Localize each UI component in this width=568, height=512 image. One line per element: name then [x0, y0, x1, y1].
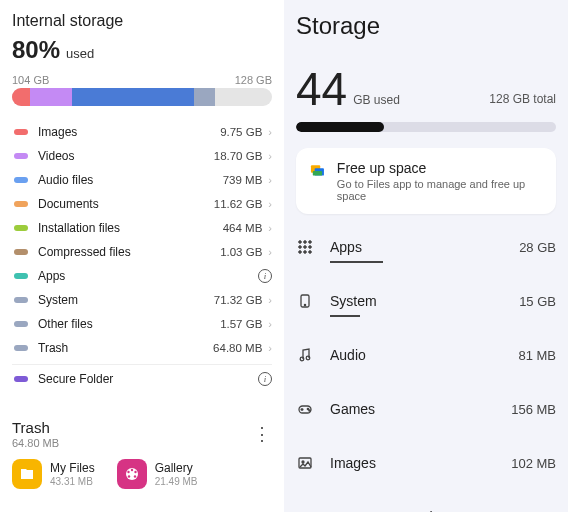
category-swatch — [14, 177, 28, 183]
svg-point-14 — [309, 246, 312, 249]
svg-point-19 — [304, 304, 305, 305]
category-row[interactable]: Apps 28 GB — [296, 220, 556, 274]
svg-point-17 — [309, 251, 312, 254]
app-icon — [117, 459, 147, 489]
category-size: 64.80 MB — [213, 342, 262, 354]
card-subtitle: Go to Files app to manage and free up sp… — [337, 178, 542, 202]
info-icon[interactable]: i — [258, 269, 272, 283]
category-size: 71.32 GB — [214, 294, 263, 306]
category-row[interactable]: System 15 GB — [296, 274, 556, 328]
apps-icon — [296, 239, 314, 255]
trash-app[interactable]: My Files 43.31 MB — [12, 459, 95, 489]
category-row[interactable]: Compressed files 1.03 GB › — [12, 240, 272, 264]
category-size: 18.70 GB — [214, 150, 263, 162]
used-number: 44 — [296, 66, 347, 112]
category-row[interactable]: Documents & other 10 MB — [296, 490, 556, 512]
category-size: 1.57 GB — [220, 318, 262, 330]
svg-point-11 — [309, 241, 312, 244]
category-bar — [330, 315, 360, 318]
capacity-labels: 104 GB 128 GB — [12, 74, 272, 86]
audio-icon — [296, 347, 314, 363]
category-swatch — [14, 297, 28, 303]
category-row[interactable]: System 71.32 GB › — [12, 288, 272, 312]
secure-folder-label: Secure Folder — [38, 372, 258, 386]
app-size: 21.49 MB — [155, 476, 198, 487]
category-row[interactable]: Apps i — [12, 264, 272, 288]
more-menu-icon[interactable]: ⋮ — [251, 419, 272, 449]
used-unit: GB used — [353, 94, 400, 106]
category-row[interactable]: Trash 64.80 MB › — [12, 336, 272, 360]
usage-summary: 44 GB used 128 GB total — [296, 66, 556, 112]
secure-folder-swatch — [14, 376, 28, 382]
category-name: Trash — [38, 341, 213, 355]
category-list: Images 9.75 GB › Videos 18.70 GB › Audio… — [12, 120, 272, 360]
category-row[interactable]: Audio 81 MB — [296, 328, 556, 382]
category-size: 81 MB — [518, 348, 556, 363]
svg-point-16 — [304, 251, 307, 254]
trash-title: Trash — [12, 419, 59, 436]
category-name: Documents — [38, 197, 214, 211]
category-swatch — [14, 273, 28, 279]
svg-point-20 — [300, 357, 304, 361]
category-row[interactable]: Games 156 MB — [296, 382, 556, 436]
svg-point-5 — [127, 471, 129, 473]
trash-size: 64.80 MB — [12, 437, 59, 449]
trash-app[interactable]: Gallery 21.49 MB — [117, 459, 198, 489]
capacity-used: 104 GB — [12, 74, 49, 86]
svg-point-24 — [309, 410, 310, 411]
card-title: Free up space — [337, 160, 542, 176]
info-icon[interactable]: i — [258, 372, 272, 386]
bar-segment — [72, 88, 194, 106]
category-swatch — [14, 225, 28, 231]
category-swatch — [14, 249, 28, 255]
category-name: Audio — [330, 347, 518, 363]
category-size: 102 MB — [511, 456, 556, 471]
app-size: 43.31 MB — [50, 476, 95, 487]
images-icon — [296, 455, 314, 471]
svg-point-3 — [133, 475, 135, 477]
category-row[interactable]: Videos 18.70 GB › — [12, 144, 272, 168]
category-swatch — [14, 129, 28, 135]
chevron-right-icon: › — [268, 126, 272, 138]
category-row[interactable]: Documents 11.62 GB › — [12, 192, 272, 216]
category-swatch — [14, 201, 28, 207]
svg-point-15 — [299, 251, 302, 254]
storage-bar — [12, 88, 272, 106]
category-name: System — [330, 293, 519, 309]
category-name: Apps — [38, 269, 252, 283]
category-row[interactable]: Images 9.75 GB › — [12, 120, 272, 144]
svg-point-9 — [299, 241, 302, 244]
category-row[interactable]: Other files 1.57 GB › — [12, 312, 272, 336]
bar-segment — [30, 88, 72, 106]
category-row[interactable]: Installation files 464 MB › — [12, 216, 272, 240]
internal-storage-pane: Internal storage 80% used 104 GB 128 GB … — [0, 0, 284, 512]
files-app-icon — [310, 162, 325, 178]
app-name: Gallery — [155, 461, 198, 475]
svg-point-21 — [306, 356, 310, 360]
svg-point-13 — [304, 246, 307, 249]
category-name: Images — [330, 455, 511, 471]
category-size: 739 MB — [223, 174, 263, 186]
category-size: 9.75 GB — [220, 126, 262, 138]
category-bar — [330, 261, 383, 264]
category-swatch — [14, 153, 28, 159]
svg-point-1 — [130, 469, 132, 471]
storage-pane: Storage 44 GB used 128 GB total Free up … — [284, 0, 568, 512]
games-icon — [296, 401, 314, 417]
secure-folder-row[interactable]: Secure Folder i — [12, 367, 272, 391]
system-icon — [296, 293, 314, 309]
bar-segment — [12, 88, 30, 106]
category-name: Installation files — [38, 221, 223, 235]
chevron-right-icon: › — [268, 198, 272, 210]
bar-segment — [194, 88, 215, 106]
svg-point-4 — [127, 475, 129, 477]
divider — [12, 364, 272, 365]
chevron-right-icon: › — [268, 294, 272, 306]
storage-bar — [296, 122, 556, 132]
category-row[interactable]: Images 102 MB — [296, 436, 556, 490]
usage-percent: 80% used — [12, 36, 272, 64]
category-size: 156 MB — [511, 402, 556, 417]
category-swatch — [14, 321, 28, 327]
free-up-space-card[interactable]: Free up space Go to Files app to manage … — [296, 148, 556, 214]
category-row[interactable]: Audio files 739 MB › — [12, 168, 272, 192]
